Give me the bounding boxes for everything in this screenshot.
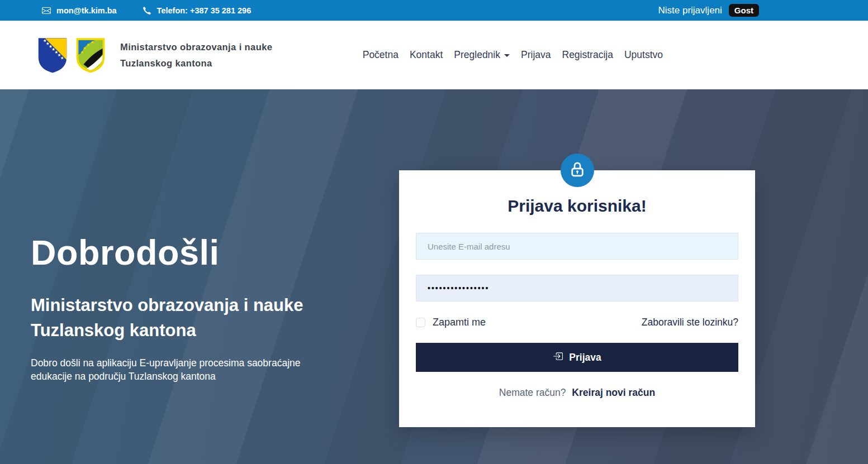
login-arrow-icon <box>553 351 563 364</box>
nav-item-preglednik[interactable]: Preglednik <box>454 49 510 61</box>
nav-item-kontakt[interactable]: Kontakt <box>410 49 443 61</box>
login-card: Prijava korisnika! Zapamti me Zaboravili… <box>399 170 755 427</box>
org-title: Ministarstvo obrazovanja i nauke Tuzlans… <box>120 39 272 71</box>
bih-coat-of-arms-logo <box>36 37 69 74</box>
topbar-phone[interactable]: Telefon: +387 35 281 296 <box>143 6 252 15</box>
forgot-password-link[interactable]: Zaboravili ste lozinku? <box>642 317 738 328</box>
hero-subtitle: Ministarstvo obrazovanja i nauke Tuzlans… <box>31 293 355 343</box>
nav-item-prijava[interactable]: Prijava <box>521 49 551 61</box>
remember-me-label: Zapamti me <box>433 317 486 328</box>
nav-item-pocetna[interactable]: Početna <box>363 49 399 61</box>
nav-label: Uputstvo <box>624 49 663 61</box>
topbar-email[interactable]: mon@tk.kim.ba <box>42 6 117 15</box>
nav-label: Prijava <box>521 49 551 61</box>
chevron-down-icon <box>504 54 510 57</box>
tuzla-canton-coat-of-arms-logo <box>74 37 107 74</box>
guest-badge: Gost <box>729 4 759 17</box>
topbar-phone-text: Telefon: +387 35 281 296 <box>157 6 252 15</box>
remember-me-checkbox[interactable] <box>416 318 425 327</box>
nav-label: Preglednik <box>454 49 500 61</box>
lock-icon <box>569 161 586 180</box>
create-account-link[interactable]: Kreiraj novi račun <box>572 387 655 398</box>
login-button[interactable]: Prijava <box>416 343 738 372</box>
hero-description: Dobro došli na aplikaciju E-upravljanje … <box>31 356 321 383</box>
login-title: Prijava korisnika! <box>416 197 738 216</box>
logo-group[interactable]: Ministarstvo obrazovanja i nauke Tuzlans… <box>36 37 272 74</box>
topbar-contacts: mon@tk.kim.ba Telefon: +387 35 281 296 <box>42 6 251 15</box>
login-status-text: Niste prijavljeni <box>658 5 722 16</box>
org-title-line2: Tuzlanskog kantona <box>120 55 272 71</box>
topbar-email-text: mon@tk.kim.ba <box>56 6 117 15</box>
nav-label: Kontakt <box>410 49 443 61</box>
envelope-icon <box>42 6 51 15</box>
nav-label: Registracija <box>562 49 613 61</box>
org-title-line1: Ministarstvo obrazovanja i nauke <box>120 39 272 55</box>
hero-title: Dobrodošli <box>31 232 355 272</box>
nav-item-uputstvo[interactable]: Uputstvo <box>624 49 663 61</box>
phone-icon <box>143 6 151 15</box>
login-button-label: Prijava <box>569 352 601 363</box>
topbar-session: Niste prijavljeni Gost <box>658 4 760 17</box>
lock-badge <box>561 154 594 187</box>
main-nav: Početna Kontakt Preglednik Prijava Regis… <box>363 49 663 61</box>
options-row: Zapamti me Zaboravili ste lozinku? <box>416 317 738 328</box>
site-header: Ministarstvo obrazovanja i nauke Tuzlans… <box>0 21 868 89</box>
hero-section: Dobrodošli Ministarstvo obrazovanja i na… <box>0 89 868 464</box>
nav-item-registracija[interactable]: Registracija <box>562 49 613 61</box>
hero-copy: Dobrodošli Ministarstvo obrazovanja i na… <box>31 232 355 383</box>
password-input[interactable] <box>416 275 738 302</box>
remember-me-group[interactable]: Zapamti me <box>416 317 486 328</box>
no-account-text: Nemate račun? <box>499 387 566 398</box>
signup-row: Nemate račun? Kreiraj novi račun <box>416 387 738 399</box>
email-input[interactable] <box>416 233 738 260</box>
topbar: mon@tk.kim.ba Telefon: +387 35 281 296 N… <box>0 0 868 21</box>
nav-label: Početna <box>363 49 399 61</box>
